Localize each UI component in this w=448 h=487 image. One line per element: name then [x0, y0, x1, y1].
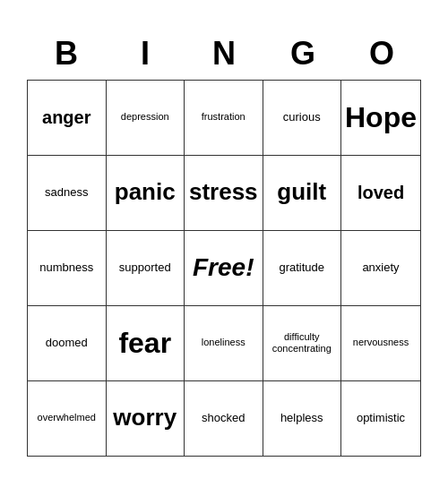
bingo-cell-text: difficulty concentrating	[267, 331, 338, 355]
bingo-cell: supported	[107, 231, 185, 306]
bingo-cell-text: overwhelmed	[38, 412, 96, 423]
bingo-cell-text: anxiety	[362, 261, 399, 275]
bingo-cell: frustration	[185, 81, 263, 156]
bingo-cell: sadness	[28, 156, 107, 231]
bingo-cell-text: stress	[189, 178, 258, 206]
bingo-cell-text: Free!	[193, 252, 254, 283]
bingo-cell-text: nervousness	[353, 337, 409, 348]
bingo-cell: fear	[107, 306, 185, 381]
bingo-cell-text: panic	[115, 178, 176, 206]
bingo-cell: Hope	[341, 81, 421, 156]
bingo-header-letter: N	[185, 31, 263, 76]
bingo-cell: loneliness	[185, 306, 263, 381]
bingo-cell: guilt	[263, 156, 342, 231]
bingo-header-letter: I	[106, 31, 185, 76]
bingo-cell-text: guilt	[277, 178, 326, 206]
bingo-cell-text: loved	[358, 182, 404, 203]
bingo-cell: numbness	[28, 231, 107, 306]
bingo-cell: curious	[263, 81, 342, 156]
bingo-cell-text: depression	[121, 111, 169, 123]
bingo-cell-text: loneliness	[202, 337, 246, 348]
bingo-cell: stress	[185, 156, 263, 231]
bingo-header-letter: O	[342, 31, 421, 76]
bingo-cell: nervousness	[341, 306, 421, 381]
bingo-cell-text: doomed	[46, 336, 88, 350]
bingo-cell-text: frustration	[202, 111, 246, 123]
bingo-card: BINGO angerdepressionfrustrationcuriousH…	[18, 22, 430, 466]
bingo-cell-text: curious	[283, 110, 321, 124]
bingo-cell: overwhelmed	[28, 381, 107, 457]
bingo-cell-text: gratitude	[279, 261, 324, 275]
bingo-cell-text: Hope	[345, 100, 417, 134]
bingo-cell: anger	[28, 81, 107, 156]
bingo-grid: angerdepressionfrustrationcuriousHopesad…	[27, 80, 421, 457]
bingo-cell-text: numbness	[39, 261, 93, 275]
bingo-cell-text: fear	[118, 326, 171, 360]
bingo-cell: loved	[341, 156, 421, 231]
bingo-cell: shocked	[185, 381, 263, 457]
bingo-cell-text: optimistic	[357, 411, 405, 425]
bingo-cell: optimistic	[341, 381, 421, 457]
bingo-cell: Free!	[185, 231, 263, 306]
bingo-cell: doomed	[28, 306, 107, 381]
bingo-cell-text: helpless	[280, 411, 323, 425]
bingo-cell-text: anger	[42, 107, 90, 128]
bingo-cell: difficulty concentrating	[263, 306, 342, 381]
bingo-cell: depression	[107, 81, 185, 156]
bingo-cell: helpless	[263, 381, 342, 457]
bingo-cell-text: supported	[119, 261, 171, 275]
bingo-header-letter: G	[263, 31, 342, 76]
bingo-cell-text: worry	[113, 404, 177, 431]
bingo-cell: panic	[107, 156, 185, 231]
bingo-cell-text: sadness	[45, 185, 88, 200]
bingo-header-letter: B	[27, 31, 106, 76]
bingo-cell: worry	[107, 381, 185, 457]
bingo-cell: anxiety	[341, 231, 421, 306]
bingo-cell: gratitude	[263, 231, 342, 306]
bingo-header: BINGO	[27, 31, 421, 76]
bingo-cell-text: shocked	[202, 411, 245, 425]
